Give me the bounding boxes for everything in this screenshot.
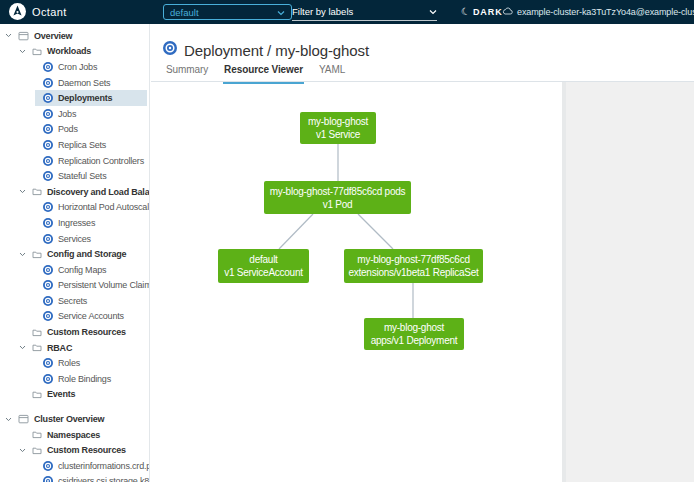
chevron-down-icon[interactable] bbox=[5, 417, 18, 422]
resource-icon bbox=[43, 476, 53, 482]
sidebar-item-replication-controllers[interactable]: Replication Controllers bbox=[0, 153, 149, 169]
sidebar-nav: OverviewWorkloadsCron JobsDaemon SetsDep… bbox=[0, 24, 150, 482]
moon-icon: ☾ bbox=[460, 6, 471, 18]
sidebar-item-label: Discovery and Load Balancing bbox=[47, 187, 149, 197]
graph-node-label: my-blog-ghost bbox=[302, 115, 374, 128]
filter-by-labels-input[interactable]: Filter by labels bbox=[292, 3, 437, 21]
sidebar-item-cron-jobs[interactable]: Cron Jobs bbox=[0, 59, 149, 75]
sidebar-item-secrets[interactable]: Secrets bbox=[0, 293, 149, 309]
overview-icon bbox=[18, 31, 29, 41]
sidebar-item-label: Replica Sets bbox=[58, 140, 106, 150]
sidebar-item-cluster-overview[interactable]: Cluster Overview bbox=[0, 411, 149, 427]
sidebar-item-config-maps[interactable]: Config Maps bbox=[0, 262, 149, 278]
sidebar-item-label: Deployments bbox=[58, 93, 112, 103]
sidebar-item-discovery-and-load-balancing[interactable]: Discovery and Load Balancing bbox=[0, 184, 149, 200]
sidebar-item-label: Pods bbox=[58, 124, 78, 134]
resource-icon bbox=[43, 234, 53, 244]
sidebar-item-config-and-storage[interactable]: Config and Storage bbox=[0, 246, 149, 262]
resource-icon bbox=[43, 93, 53, 103]
resource-icon bbox=[43, 140, 53, 150]
sidebar-item-label: Role Bindings bbox=[58, 374, 111, 384]
resource-icon bbox=[43, 311, 53, 321]
folder-icon bbox=[32, 390, 42, 399]
graph-node-serviceaccount[interactable]: defaultv1 ServiceAccount bbox=[218, 249, 309, 283]
sidebar-item-label: Cron Jobs bbox=[58, 62, 97, 72]
chevron-down-icon[interactable] bbox=[5, 33, 18, 38]
sidebar-item-workloads[interactable]: Workloads bbox=[0, 44, 149, 60]
folder-icon bbox=[32, 343, 42, 352]
sidebar-item-csidrivers-csi-storage-k8s-io[interactable]: csidrivers.csi.storage.k8s.io bbox=[0, 474, 149, 482]
chevron-down-icon[interactable] bbox=[19, 49, 32, 54]
octant-logo-icon bbox=[9, 3, 26, 20]
cluster-context-selector[interactable]: example-cluster-ka3TuTzYo4a@example-clus… bbox=[502, 0, 694, 24]
sidebar-item-rbac[interactable]: RBAC bbox=[0, 340, 149, 356]
chevron-down-icon[interactable] bbox=[19, 189, 32, 194]
sidebar-item-custom-resources[interactable]: Custom Resources bbox=[0, 442, 149, 458]
resource-icon bbox=[43, 218, 53, 228]
sidebar-item-label: Stateful Sets bbox=[58, 171, 106, 181]
sidebar-item-replica-sets[interactable]: Replica Sets bbox=[0, 137, 149, 153]
dark-theme-toggle[interactable]: ☾ DARK bbox=[461, 0, 503, 24]
sidebar-item-stateful-sets[interactable]: Stateful Sets bbox=[0, 168, 149, 184]
graph-node-label: my-blog-ghost bbox=[366, 321, 462, 334]
sidebar-item-label: Jobs bbox=[58, 109, 76, 119]
sidebar-item-label: Secrets bbox=[58, 296, 87, 306]
graph-node-label: extensions/v1beta1 ReplicaSet bbox=[346, 266, 481, 279]
sidebar-item-roles[interactable]: Roles bbox=[0, 355, 149, 371]
sidebar-item-label: Cluster Overview bbox=[34, 414, 104, 424]
filter-placeholder: Filter by labels bbox=[292, 6, 353, 17]
octant-app: Octant default Filter by labels ☾ DARK e… bbox=[0, 0, 694, 482]
chevron-down-icon[interactable] bbox=[19, 252, 32, 257]
cluster-context-label: example-cluster-ka3TuTzYo4a@example-clus… bbox=[517, 7, 694, 17]
chevron-down-icon[interactable] bbox=[19, 448, 32, 453]
main-content: Deployment / my-blog-ghost SummaryResour… bbox=[151, 24, 694, 482]
sidebar-item-deployments[interactable]: Deployments bbox=[0, 90, 149, 106]
sidebar-item-label: Services bbox=[58, 234, 91, 244]
sidebar-item-label: Custom Resources bbox=[47, 327, 126, 337]
sidebar-item-daemon-sets[interactable]: Daemon Sets bbox=[0, 75, 149, 91]
folder-icon bbox=[32, 187, 42, 196]
sidebar-item-custom-resources[interactable]: Custom Resources bbox=[0, 324, 149, 340]
graph-node-label: my-blog-ghost-77df85c6cd bbox=[346, 253, 481, 266]
folder-icon bbox=[32, 430, 42, 439]
resource-icon bbox=[43, 156, 53, 166]
sidebar-item-role-bindings[interactable]: Role Bindings bbox=[0, 371, 149, 387]
sidebar-item-label: Custom Resources bbox=[47, 445, 126, 455]
sidebar-item-jobs[interactable]: Jobs bbox=[0, 106, 149, 122]
sidebar-item-persistent-volume-claims[interactable]: Persistent Volume Claims bbox=[0, 278, 149, 294]
resource-icon bbox=[43, 265, 53, 275]
sidebar-item-label: Overview bbox=[34, 31, 72, 41]
graph-node-label: my-blog-ghost-77df85c6cd pods bbox=[266, 185, 409, 198]
graph-node-label: v1 Service bbox=[302, 128, 374, 141]
chevron-down-icon bbox=[429, 6, 437, 17]
sidebar-item-ingresses[interactable]: Ingresses bbox=[0, 215, 149, 231]
sidebar-item-horizontal-pod-autoscalers[interactable]: Horizontal Pod Autoscalers bbox=[0, 200, 149, 216]
graph-node-replicaset[interactable]: my-blog-ghost-77df85c6cdextensions/v1bet… bbox=[344, 249, 483, 283]
sidebar-item-pods[interactable]: Pods bbox=[0, 122, 149, 138]
sidebar-item-namespaces[interactable]: Namespaces bbox=[0, 427, 149, 443]
deployment-icon bbox=[163, 41, 177, 59]
app-title: Octant bbox=[32, 0, 67, 24]
sidebar-item-label: Horizontal Pod Autoscalers bbox=[58, 202, 149, 212]
graph-node-label: v1 Pod bbox=[266, 198, 409, 211]
chevron-down-icon[interactable] bbox=[19, 345, 32, 350]
detail-side-panel bbox=[562, 82, 694, 482]
folder-icon bbox=[32, 47, 42, 56]
namespace-dropdown[interactable]: default bbox=[163, 4, 292, 20]
sidebar-item-services[interactable]: Services bbox=[0, 231, 149, 247]
graph-node-label: default bbox=[220, 253, 307, 266]
sidebar-item-clusterinformations-crd-projec[interactable]: clusterinformations.crd.projec bbox=[0, 458, 149, 474]
graph-node-service[interactable]: my-blog-ghostv1 Service bbox=[300, 112, 376, 144]
sidebar-item-overview[interactable]: Overview bbox=[0, 28, 149, 44]
sidebar-item-label: Namespaces bbox=[47, 430, 100, 440]
folder-icon bbox=[32, 250, 42, 259]
dark-label: DARK bbox=[473, 7, 503, 17]
sidebar-item-service-accounts[interactable]: Service Accounts bbox=[0, 309, 149, 325]
resource-icon bbox=[43, 461, 53, 471]
graph-node-pod[interactable]: my-blog-ghost-77df85c6cd podsv1 Pod bbox=[264, 181, 411, 214]
sidebar-item-events[interactable]: Events bbox=[0, 387, 149, 403]
graph-node-deployment[interactable]: my-blog-ghostapps/v1 Deployment bbox=[364, 318, 464, 350]
sidebar-item-label: Replication Controllers bbox=[58, 156, 144, 166]
resource-viewer-graph: my-blog-ghostv1 Servicemy-blog-ghost-77d… bbox=[151, 82, 562, 482]
namespace-dropdown-value: default bbox=[170, 7, 199, 18]
